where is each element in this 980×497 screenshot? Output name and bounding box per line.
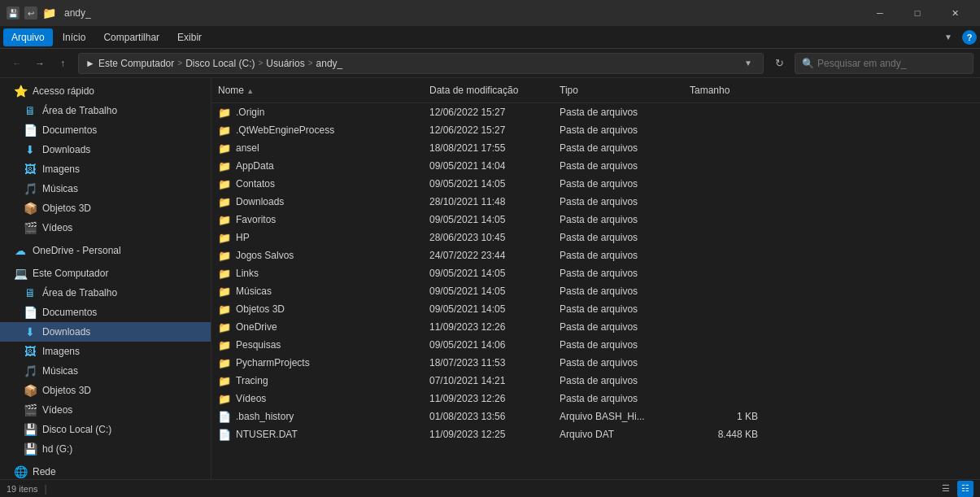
imagens-icon: 🖼 xyxy=(23,163,37,176)
menu-inicio[interactable]: Início xyxy=(54,28,94,46)
sidebar-label-documentos: Documentos xyxy=(42,124,97,136)
file-date-cell: 24/07/2022 23:44 xyxy=(423,248,553,263)
sidebar-item-este-computador[interactable]: 💻 Este Computador xyxy=(0,264,211,283)
file-name-label: Vídeos xyxy=(236,393,266,404)
sidebar-item-rede[interactable]: 🌐 Rede xyxy=(0,462,211,479)
address-bar: ← → ↑ ► Este Computador > Disco Local (C… xyxy=(0,49,980,78)
table-row[interactable]: 📁 PycharmProjects 18/07/2023 11:53 Pasta… xyxy=(211,354,980,372)
help-button[interactable]: ? xyxy=(962,30,977,45)
file-icon: 📁 xyxy=(218,232,231,244)
sidebar-item-imagens2[interactable]: 🖼 Imagens xyxy=(0,342,211,361)
table-row[interactable]: 📁 Jogos Salvos 24/07/2022 23:44 Pasta de… xyxy=(211,246,980,264)
table-row[interactable]: 📁 AppData 09/05/2021 14:04 Pasta de arqu… xyxy=(211,157,980,175)
documentos2-icon: 📄 xyxy=(23,306,37,319)
file-size-cell xyxy=(683,307,764,311)
sidebar-label-objetos3d2: Objetos 3D xyxy=(42,385,91,396)
details-view-button[interactable]: ☰ xyxy=(938,481,954,497)
sidebar-item-area-trabalho[interactable]: 🖥 Área de Trabalho xyxy=(0,101,211,120)
table-row[interactable]: 📁 .Origin 12/06/2022 15:27 Pasta de arqu… xyxy=(211,103,980,121)
file-size-cell xyxy=(683,146,764,150)
table-row[interactable]: 📁 Downloads 28/10/2021 11:48 Pasta de ar… xyxy=(211,193,980,211)
file-name-label: .bash_history xyxy=(236,411,294,422)
sidebar-item-musicas2[interactable]: 🎵 Músicas xyxy=(0,361,211,381)
icons-view-button[interactable]: ☷ xyxy=(957,481,973,497)
sidebar-item-documentos[interactable]: 📄 Documentos xyxy=(0,120,211,140)
file-icon: 📁 xyxy=(218,160,231,172)
file-name-label: .QtWebEngineProcess xyxy=(236,124,334,136)
column-header-size[interactable]: Tamanho xyxy=(683,81,764,99)
table-row[interactable]: 📁 Links 09/05/2021 14:05 Pasta de arquiv… xyxy=(211,264,980,282)
file-name-cell: 📁 Tracing xyxy=(211,373,423,389)
sidebar-item-disco-local[interactable]: 💾 Disco Local (C:) xyxy=(0,420,211,439)
sidebar-item-musicas[interactable]: 🎵 Músicas xyxy=(0,179,211,198)
breadcrumb-este-computador[interactable]: Este Computador xyxy=(98,58,174,69)
menu-exibir[interactable]: Exibir xyxy=(169,28,210,46)
table-row[interactable]: 📁 Tracing 07/10/2021 14:21 Pasta de arqu… xyxy=(211,372,980,390)
file-name-cell: 📄 NTUSER.DAT xyxy=(211,427,423,443)
sidebar-item-acesso-rapido[interactable]: ⭐ Acesso rápido xyxy=(0,81,211,101)
sidebar-item-videos[interactable]: 🎬 Vídeos xyxy=(0,218,211,238)
file-date-cell: 09/05/2021 14:05 xyxy=(423,302,553,316)
file-icon: 📁 xyxy=(218,286,231,298)
sidebar-item-downloads2[interactable]: ⬇ Downloads xyxy=(0,322,211,342)
hd-g-icon: 💾 xyxy=(23,443,37,456)
column-header-type[interactable]: Tipo xyxy=(553,81,683,99)
table-row[interactable]: 📁 Objetos 3D 09/05/2021 14:05 Pasta de a… xyxy=(211,300,980,318)
table-row[interactable]: 📁 Músicas 09/05/2021 14:05 Pasta de arqu… xyxy=(211,282,980,300)
sidebar-item-videos2[interactable]: 🎬 Vídeos xyxy=(0,400,211,420)
sidebar-label-musicas2: Músicas xyxy=(42,365,78,377)
sidebar-item-objetos3d[interactable]: 📦 Objetos 3D xyxy=(0,198,211,218)
menu-compartilhar[interactable]: Compartilhar xyxy=(95,28,168,46)
table-row[interactable]: 📁 Favoritos 09/05/2021 14:05 Pasta de ar… xyxy=(211,211,980,229)
sidebar-item-hd-g[interactable]: 💾 hd (G:) xyxy=(0,439,211,459)
table-row[interactable]: 📄 .bash_history 01/08/2023 13:56 Arquivo… xyxy=(211,408,980,425)
column-header-date[interactable]: Data de modificação xyxy=(423,81,553,99)
table-row[interactable]: 📁 HP 28/06/2023 10:45 Pasta de arquivos xyxy=(211,229,980,246)
maximize-button[interactable]: □ xyxy=(899,0,936,26)
table-row[interactable]: 📁 ansel 18/08/2021 17:55 Pasta de arquiv… xyxy=(211,139,980,157)
refresh-button[interactable]: ↻ xyxy=(769,53,790,74)
menu-arquivo[interactable]: Arquivo xyxy=(3,28,53,46)
search-box[interactable]: 🔍 xyxy=(795,53,973,74)
table-row[interactable]: 📁 Pesquisas 09/05/2021 14:06 Pasta de ar… xyxy=(211,336,980,354)
file-date-cell: 11/09/2023 12:26 xyxy=(423,391,553,406)
forward-button[interactable]: → xyxy=(29,53,50,74)
file-name-label: Pesquisas xyxy=(236,339,281,351)
breadcrumb-sep-3: > xyxy=(308,59,313,68)
breadcrumb-root-icon[interactable]: ► xyxy=(85,58,95,69)
search-input[interactable] xyxy=(817,58,966,69)
expand-ribbon-button[interactable]: ▼ xyxy=(938,27,959,48)
sidebar-item-onedrive[interactable]: ☁ OneDrive - Personal xyxy=(0,241,211,260)
titlebar-title: andy_ xyxy=(61,7,856,19)
sidebar-label-documentos2: Documentos xyxy=(42,307,97,318)
table-row[interactable]: 📁 Vídeos 11/09/2023 12:26 Pasta de arqui… xyxy=(211,390,980,408)
column-header-name[interactable]: Nome ▲ xyxy=(211,81,423,99)
file-name-label: PycharmProjects xyxy=(236,357,310,368)
up-button[interactable]: ↑ xyxy=(52,53,73,74)
close-button[interactable]: ✕ xyxy=(936,0,973,26)
sidebar-item-downloads[interactable]: ⬇ Downloads xyxy=(0,140,211,159)
file-size-cell xyxy=(683,218,764,221)
table-row[interactable]: 📄 NTUSER.DAT 11/09/2023 12:25 Arquivo DA… xyxy=(211,425,980,443)
breadcrumb-disco-local[interactable]: Disco Local (C:) xyxy=(185,58,255,69)
file-date-cell: 12/06/2022 15:27 xyxy=(423,105,553,120)
sidebar-item-imagens[interactable]: 🖼 Imagens xyxy=(0,159,211,179)
file-icon: 📁 xyxy=(218,178,231,190)
table-row[interactable]: 📁 OneDrive 11/09/2023 12:26 Pasta de arq… xyxy=(211,318,980,336)
sidebar-item-documentos2[interactable]: 📄 Documentos xyxy=(0,303,211,322)
file-size-cell xyxy=(683,361,764,364)
file-date-cell: 11/09/2023 12:26 xyxy=(423,320,553,334)
sidebar-label-rede: Rede xyxy=(33,466,56,477)
file-name-label: AppData xyxy=(236,160,274,172)
breadcrumb-dropdown-button[interactable]: ▼ xyxy=(740,53,756,74)
table-row[interactable]: 📁 .QtWebEngineProcess 12/06/2022 15:27 P… xyxy=(211,121,980,139)
sidebar-item-area-trabalho2[interactable]: 🖥 Área de Trabalho xyxy=(0,283,211,303)
sidebar-item-objetos3d2[interactable]: 📦 Objetos 3D xyxy=(0,381,211,400)
table-row[interactable]: 📁 Contatos 09/05/2021 14:05 Pasta de arq… xyxy=(211,175,980,193)
file-name-cell: 📁 AppData xyxy=(211,159,423,174)
minimize-button[interactable]: ─ xyxy=(861,0,899,26)
main-content: ⭐ Acesso rápido 🖥 Área de Trabalho 📄 Doc… xyxy=(0,78,980,479)
back-button[interactable]: ← xyxy=(7,53,28,74)
file-icon: 📄 xyxy=(218,411,231,423)
breadcrumb-usuarios[interactable]: Usuários xyxy=(266,58,304,69)
